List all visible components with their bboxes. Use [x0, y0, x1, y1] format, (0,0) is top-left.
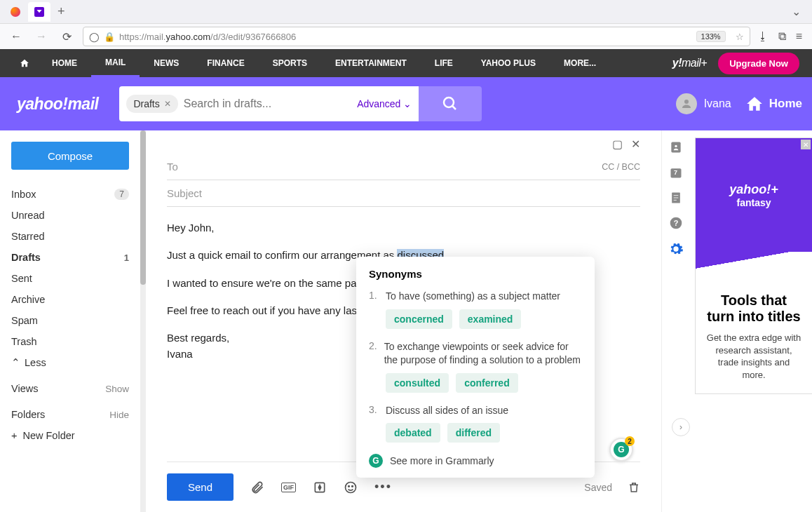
help-icon[interactable]: ? — [669, 216, 683, 230]
gif-icon[interactable]: GIF — [281, 483, 296, 492]
grammarly-synonyms-popup: Synonyms 1.To have (something) as a subj… — [356, 257, 595, 478]
collapse-ad-chevron-icon[interactable]: › — [672, 418, 690, 436]
advanced-search-link[interactable]: Advanced ⌄ — [357, 98, 412, 109]
workspace: Compose Inbox7 Unread Starred Drafts1 Se… — [0, 130, 812, 512]
yahoo-mail-plus-logo: y!mail+ — [672, 57, 718, 69]
grammarly-count-badge: 2 — [625, 436, 635, 446]
svg-line-1 — [452, 106, 456, 109]
nav-more[interactable]: MORE... — [550, 49, 610, 77]
url-text: https://mail.yahoo.com/d/3/edit/93676668… — [119, 32, 296, 42]
search-box: Drafts ✕ Advanced ⌄ — [119, 86, 419, 121]
plus-icon: + — [11, 430, 17, 441]
yahoo-mail-icon — [34, 7, 44, 17]
search-button[interactable] — [419, 86, 482, 121]
svg-point-2 — [684, 100, 689, 104]
back-button[interactable]: ← — [7, 27, 25, 46]
grammarly-see-more-link[interactable]: G See more in Grammarly — [369, 454, 582, 468]
search-scope-chip[interactable]: Drafts ✕ — [126, 95, 177, 113]
contacts-icon[interactable] — [669, 140, 683, 154]
chip-remove-icon[interactable]: ✕ — [164, 99, 171, 109]
extensions-icon[interactable]: ⧉ — [778, 30, 786, 43]
calendar-icon[interactable]: 7 — [669, 166, 683, 180]
more-icon[interactable]: ••• — [374, 480, 392, 494]
folders-section[interactable]: FoldersHide — [11, 399, 129, 425]
folder-unread[interactable]: Unread — [11, 205, 129, 226]
delete-draft-icon[interactable] — [628, 481, 640, 494]
hamburger-menu-icon[interactable]: ≡ — [796, 30, 802, 43]
ad-close-icon[interactable]: ✕ — [801, 140, 811, 149]
emoji-icon[interactable] — [344, 480, 358, 494]
browser-tab-firefox[interactable] — [4, 2, 27, 22]
svg-point-8 — [675, 145, 677, 147]
synonym-chip[interactable]: examined — [459, 309, 522, 329]
synonym-chip[interactable]: concerned — [386, 309, 452, 329]
synonym-chip[interactable]: consulted — [386, 373, 449, 393]
body-line: Hey John, — [167, 220, 640, 236]
svg-point-4 — [346, 482, 356, 492]
svg-point-6 — [352, 485, 353, 487]
less-toggle[interactable]: ⌃Less — [11, 352, 129, 373]
folder-inbox[interactable]: Inbox7 — [11, 184, 129, 205]
subject-field[interactable]: Subject — [167, 180, 640, 207]
url-input[interactable]: ◯ 🔒 https://mail.yahoo.com/d/3/edit/9367… — [83, 27, 750, 46]
nav-sports[interactable]: SPORTS — [259, 49, 321, 77]
inbox-count-badge: 7 — [114, 189, 129, 200]
ad-headline: Tools that turn into titles — [705, 292, 802, 325]
synonym-chip[interactable]: debated — [386, 423, 440, 443]
folder-sent[interactable]: Sent — [11, 268, 129, 289]
ad-box[interactable]: ✕ yahoo!+ fantasy Tools that turn into t… — [695, 137, 812, 394]
attach-icon[interactable] — [250, 480, 264, 494]
lock-icon: 🔒 — [104, 32, 115, 42]
yahoo-mail-logo[interactable]: yahoo!mail — [17, 95, 98, 114]
popup-title: Synonyms — [369, 268, 582, 280]
nav-life[interactable]: LIFE — [421, 49, 467, 77]
mail-header: yahoo!mail Drafts ✕ Advanced ⌄ Ivana Hom — [0, 77, 812, 130]
views-show[interactable]: Show — [105, 384, 129, 394]
address-bar: ← → ⟳ ◯ 🔒 https://mail.yahoo.com/d/3/edi… — [0, 24, 812, 49]
account-menu[interactable]: Ivana — [676, 93, 731, 114]
browser-tab-yahoo[interactable] — [28, 2, 50, 22]
bookmark-star-icon[interactable]: ☆ — [736, 32, 744, 42]
saved-status: Saved — [584, 482, 612, 493]
stationery-icon[interactable] — [313, 480, 327, 494]
new-folder-button[interactable]: +New Folder — [11, 425, 129, 446]
nav-mail[interactable]: MAIL — [91, 49, 140, 77]
to-field[interactable]: To CC / BCC — [167, 154, 640, 180]
nav-yahooplus[interactable]: YAHOO PLUS — [467, 49, 550, 77]
compose-button[interactable]: Compose — [11, 142, 129, 170]
compose-pane: ▢ ✕ To CC / BCC Subject Hey John, Just a… — [146, 130, 661, 512]
nav-entertainment[interactable]: ENTERTAINMENT — [321, 49, 421, 77]
send-button[interactable]: Send — [167, 473, 234, 501]
home-icon[interactable] — [0, 58, 38, 68]
sidebar: Compose Inbox7 Unread Starred Drafts1 Se… — [0, 130, 140, 512]
folder-spam[interactable]: Spam — [11, 310, 129, 331]
settings-gear-icon[interactable] — [668, 241, 684, 257]
nav-home[interactable]: HOME — [38, 49, 91, 77]
folder-drafts[interactable]: Drafts1 — [11, 247, 129, 268]
search-input[interactable] — [184, 97, 351, 110]
nav-finance[interactable]: FINANCE — [193, 49, 258, 77]
notepad-icon[interactable] — [669, 191, 683, 205]
reload-button[interactable]: ⟳ — [57, 27, 76, 46]
folders-hide[interactable]: Hide — [109, 410, 129, 420]
folder-archive[interactable]: Archive — [11, 289, 129, 310]
close-icon[interactable]: ✕ — [631, 137, 640, 151]
new-tab-button[interactable]: + — [52, 4, 71, 19]
zoom-badge[interactable]: 133% — [696, 31, 726, 42]
home-link[interactable]: Home — [745, 95, 802, 113]
grammarly-fab[interactable]: G 2 — [609, 438, 633, 462]
svg-text:?: ? — [673, 219, 678, 227]
upgrade-button[interactable]: Upgrade Now — [718, 53, 799, 74]
nav-news[interactable]: NEWS — [140, 49, 193, 77]
cc-bcc-toggle[interactable]: CC / BCC — [602, 162, 640, 172]
synonym-chip[interactable]: conferred — [456, 373, 518, 393]
popout-icon[interactable]: ▢ — [612, 137, 623, 151]
views-section[interactable]: ViewsShow — [11, 373, 129, 399]
folder-trash[interactable]: Trash — [11, 331, 129, 352]
tabs-list-chevron-icon[interactable]: ⌄ — [785, 5, 808, 18]
avatar — [676, 93, 697, 114]
synonym-chip[interactable]: differed — [447, 423, 500, 443]
pocket-icon[interactable]: ⭳ — [757, 30, 769, 43]
folder-starred[interactable]: Starred — [11, 226, 129, 247]
sidebar-scrollbar[interactable] — [140, 130, 146, 512]
